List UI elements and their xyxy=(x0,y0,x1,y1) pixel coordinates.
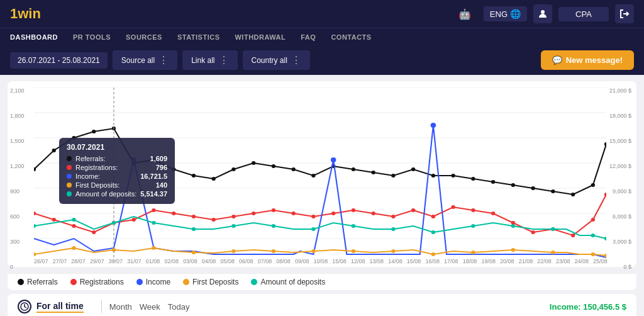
svg-point-79 xyxy=(311,227,315,231)
svg-point-21 xyxy=(272,164,275,168)
svg-point-58 xyxy=(411,208,415,212)
svg-point-39 xyxy=(34,212,36,215)
svg-point-29 xyxy=(431,174,435,178)
legend-referrals-dot xyxy=(18,279,24,285)
svg-point-77 xyxy=(231,224,235,228)
cpa-button[interactable]: CPA xyxy=(558,7,609,21)
country-filter[interactable]: Country all ⋮ xyxy=(243,50,310,70)
svg-point-86 xyxy=(591,234,595,237)
svg-point-89 xyxy=(72,246,75,250)
svg-point-95 xyxy=(311,249,315,253)
tooltip-first-deposits-value: 140 xyxy=(156,181,167,189)
week-filter[interactable]: Week xyxy=(140,302,160,312)
svg-point-62 xyxy=(491,212,495,215)
svg-point-0 xyxy=(541,10,545,14)
tooltip-income-label: Income: xyxy=(75,172,136,180)
nav-contacts[interactable]: CONTACTS xyxy=(331,33,371,41)
message-icon: 💬 xyxy=(552,55,562,65)
svg-point-83 xyxy=(471,224,475,228)
svg-point-99 xyxy=(471,251,475,254)
tooltip-referrals-dot xyxy=(67,156,72,161)
tooltip-referrals-value: 1,609 xyxy=(150,155,168,162)
date-range[interactable]: 26.07.2021 - 25.08.2021 xyxy=(10,52,108,69)
svg-point-17 xyxy=(192,174,196,178)
nav-pr-tools[interactable]: PR TOOLS xyxy=(73,33,111,41)
svg-point-91 xyxy=(152,246,155,250)
tooltip-registrations: Registrations: 796 xyxy=(67,164,167,171)
nav-withdrawal[interactable]: WITHDRAWAL xyxy=(235,33,286,41)
svg-point-41 xyxy=(72,224,75,228)
new-message-button[interactable]: 💬 New message! xyxy=(541,50,634,70)
header-right: 🤖 ENG 🌐 CPA xyxy=(458,4,634,23)
svg-point-12 xyxy=(92,130,96,133)
svg-point-71 xyxy=(431,123,436,128)
income-value: 150,456.5 $ xyxy=(583,302,626,312)
legend-registrations[interactable]: Registrations xyxy=(70,278,124,286)
svg-point-36 xyxy=(571,193,575,196)
toolbar: 26.07.2021 - 25.08.2021 Source all ⋮ Lin… xyxy=(0,45,644,75)
legend-first-deposits[interactable]: First Deposits xyxy=(183,278,238,286)
svg-point-82 xyxy=(431,230,435,234)
income-label: Income: xyxy=(550,302,581,312)
legend-amount-deposits[interactable]: Amount of deposits xyxy=(251,278,325,286)
svg-point-28 xyxy=(411,167,415,171)
legend-registrations-label: Registrations xyxy=(80,278,124,286)
legend-income-label: Income xyxy=(146,278,170,286)
svg-point-50 xyxy=(252,212,255,215)
svg-point-32 xyxy=(491,180,495,184)
income-display: Income: 150,456.5 $ xyxy=(550,302,626,312)
svg-point-75 xyxy=(152,221,155,225)
svg-point-38 xyxy=(604,142,606,146)
legend-income[interactable]: Income xyxy=(136,278,170,286)
today-filter[interactable]: Today xyxy=(168,302,190,312)
nav-faq[interactable]: FAQ xyxy=(301,33,316,41)
svg-point-88 xyxy=(34,252,36,256)
svg-point-25 xyxy=(352,167,355,171)
toolbar-left: 26.07.2021 - 25.08.2021 Source all ⋮ Lin… xyxy=(10,50,310,70)
svg-point-61 xyxy=(471,208,475,212)
svg-point-72 xyxy=(34,224,36,228)
svg-point-55 xyxy=(352,208,355,212)
divider xyxy=(101,300,102,313)
tooltip-first-deposits-label: First Deposits: xyxy=(75,181,152,189)
lang-button[interactable]: ENG 🌐 xyxy=(484,6,527,21)
svg-point-60 xyxy=(451,205,455,209)
legend-first-deposits-dot xyxy=(183,279,189,285)
nav-statistics[interactable]: STATISTICS xyxy=(177,33,220,41)
svg-point-22 xyxy=(292,167,296,171)
tooltip-first-deposits: First Deposits: 140 xyxy=(67,181,167,189)
country-dots-icon: ⋮ xyxy=(291,54,301,66)
user-button[interactable] xyxy=(533,4,552,23)
svg-point-20 xyxy=(252,161,255,165)
tooltip-amount-deposits-value: 5,514.37 xyxy=(140,190,167,198)
clock-icon xyxy=(18,300,31,313)
svg-point-78 xyxy=(272,224,275,228)
svg-point-68 xyxy=(604,193,606,196)
for-all-time-label[interactable]: For all time xyxy=(36,301,84,313)
chart-legend: Referrals Registrations Income First Dep… xyxy=(8,273,636,290)
svg-point-70 xyxy=(331,157,336,162)
svg-point-10 xyxy=(52,149,56,152)
tooltip-income-value: 16,721.5 xyxy=(140,172,167,180)
svg-point-97 xyxy=(391,249,395,253)
tooltip-registrations-dot xyxy=(67,165,72,170)
svg-point-73 xyxy=(72,218,75,222)
legend-referrals[interactable]: Referrals xyxy=(18,278,58,286)
nav-dashboard[interactable]: DASHBOARD xyxy=(10,33,58,41)
android-icon[interactable]: 🤖 xyxy=(458,8,471,20)
svg-point-59 xyxy=(431,215,435,218)
svg-point-44 xyxy=(132,218,136,222)
link-filter[interactable]: Link all ⋮ xyxy=(182,50,237,70)
country-label: Country all xyxy=(252,56,287,65)
svg-point-53 xyxy=(311,215,315,218)
nav-sources[interactable]: SOURCES xyxy=(126,33,162,41)
nav: DASHBOARD PR TOOLS SOURCES STATISTICS WI… xyxy=(0,28,644,45)
month-filter[interactable]: Month xyxy=(109,302,132,312)
tooltip-registrations-value: 796 xyxy=(156,164,167,171)
legend-registrations-dot xyxy=(70,279,77,285)
source-filter[interactable]: Source all ⋮ xyxy=(113,50,177,70)
logout-button[interactable] xyxy=(615,4,634,23)
legend-amount-deposits-dot xyxy=(251,279,257,285)
source-dots-icon: ⋮ xyxy=(158,54,169,66)
flag-icon: 🌐 xyxy=(510,9,521,19)
